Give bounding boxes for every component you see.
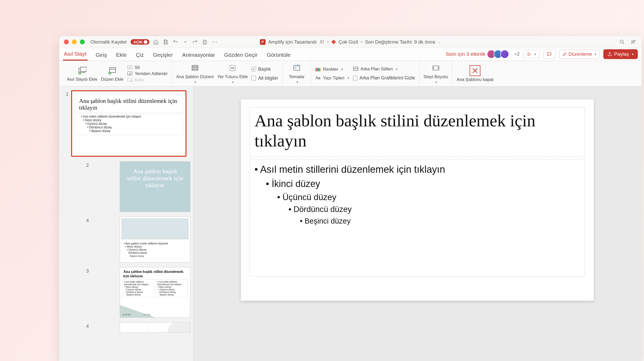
preserve-icon [127,77,133,83]
master-layout-button[interactable]: Ana Şablon Düzeni▾ [176,63,214,84]
chevron-down-icon: ▾ [296,80,298,84]
insert-layout-button[interactable]: Düzen Ekle [101,65,123,82]
thumbnail-row: 4 [62,322,190,333]
avatar[interactable] [500,50,509,59]
thumbnail-picture-placeholder [122,218,189,239]
hide-bg-graphics-checkbox[interactable]: Arka Plan Grafiklerini Gizle [353,75,415,81]
last-modified-label[interactable]: Son Değiştirme Tarihi: 9 dk önce [365,39,435,45]
chevron-down-icon: ▾ [348,76,349,80]
svg-rect-18 [230,65,235,71]
svg-point-4 [634,40,635,42]
more-icon[interactable]: ⋯ [211,39,218,45]
redo-icon[interactable] [192,39,198,45]
svg-rect-17 [193,68,197,69]
insert-slide-master-button[interactable]: Asıl Slaydı Ekle [67,65,97,82]
background-styles-button[interactable]: Arka Plan Stilleri▾ [353,67,415,72]
svg-point-2 [620,40,623,43]
colors-icon [315,67,321,72]
delete-button[interactable]: Sil [127,65,168,70]
print-icon[interactable] [201,39,208,45]
rename-button[interactable]: Yeniden Adlandır [127,71,168,76]
tab-view[interactable]: Görüntüle [266,49,292,61]
colors-button[interactable]: Renkler▾ [315,67,349,72]
maximize-window-button[interactable] [80,39,85,44]
svg-rect-13 [128,78,132,81]
search-icon[interactable] [619,39,625,45]
layout-thumbnail[interactable] [120,322,190,333]
preserve-button[interactable]: Koru [127,77,168,83]
themes-button[interactable]: Temalar▾ [287,63,307,84]
close-window-button[interactable] [64,39,69,44]
slide-canvas[interactable]: Ana şablon başlık stilini düzenlemek içi… [241,100,594,301]
layout-thumbnail[interactable]: Ana şablon başlık stilini düzenlemek içi… [120,267,190,318]
undo-icon[interactable] [172,39,179,45]
tab-transitions[interactable]: Geçişler [152,49,174,61]
ribbon-bg-col1: Renkler▾ AaYazı Tipleri▾ [315,67,349,81]
fonts-button[interactable]: AaYazı Tipleri▾ [315,76,349,81]
present-button[interactable]: ▾ [523,50,539,58]
tab-animations[interactable]: Animasyonlar [181,49,216,61]
insert-placeholder-button[interactable]: Yer Tutucu Ekle▾ [217,63,248,84]
chevron-down-icon: ▾ [396,67,398,71]
document-title-area: P Amplify için Tasarlandı • Çok Gizli • … [260,39,441,45]
avatar-overflow-count[interactable]: +2 [514,52,520,57]
placeholder-icon [227,63,238,73]
layout-thumbnail[interactable]: • Ana şablon metin stillerini düzenle • … [120,217,190,262]
thumbnail-number: 4 [83,322,89,329]
master-slide-thumbnail[interactable]: Ana şablon başlık stilini düzenlemek içi… [71,90,187,157]
insert-slide-master-label: Asıl Slaydı Ekle [67,77,97,82]
undo-dropdown-icon[interactable]: ▾ [182,39,189,45]
slide-canvas-pane[interactable]: Ana şablon başlık stilini düzenlemek içi… [193,87,641,361]
svg-rect-0 [203,41,207,43]
svg-rect-25 [433,66,439,70]
chevron-down-icon: ▾ [534,52,536,56]
title-placeholder[interactable]: Ana şablon başlık stilini düzenlemek içi… [250,107,585,157]
people-icon[interactable] [319,39,325,45]
tab-insert[interactable]: Ekle [115,49,128,61]
svg-rect-21 [317,68,318,71]
editing-mode-button[interactable]: Düzenleme▾ [559,50,600,59]
ribbon-group-themes: Temalar▾ [283,61,311,86]
thumbnail-footer: Alt bilgi [143,313,151,316]
thumbnail-body: Asıl metin stillerini düzenlemek için tı… [75,114,183,135]
separator-dot: • [361,39,362,45]
thumbnail-date: 9.23.20 [123,313,130,316]
svg-point-1 [320,40,322,42]
titlebar-right [619,39,637,45]
ribbon-group-size: Slayt Boyutu▾ [419,61,452,86]
insert-layout-label: Düzen Ekle [101,77,123,82]
presence-avatars[interactable] [489,50,509,59]
sensitivity-label[interactable]: Çok Gizli [338,39,358,45]
tab-home[interactable]: Giriş [95,49,108,61]
document-name[interactable]: Amplify için Tasarlandı [268,39,317,45]
thumbnail-body: • Ana şablon metin stillerini düzenle • … [120,241,190,258]
insert-layout-icon [107,65,117,76]
minimize-window-button[interactable] [72,39,77,44]
tab-review[interactable]: Gözden Geçir [223,49,259,61]
save-icon[interactable] [162,39,169,45]
master-layout-icon [190,63,200,73]
close-master-view-button[interactable]: Ana Şablonu kapat [456,65,494,82]
share-button[interactable]: Paylaş▾ [603,49,638,59]
chevron-down-icon: ▾ [194,80,196,84]
rename-icon [127,71,133,76]
chevron-down-icon[interactable]: ⌄ [438,40,441,44]
separator-dot: • [327,39,329,45]
tab-slide-master[interactable]: Asıl Slayt [63,48,88,61]
layout-thumbnail[interactable]: Ana şablon başlık stilini düzenlemek içi… [120,161,190,212]
comments-button[interactable] [543,50,555,59]
body-placeholder[interactable]: Asıl metin stillerini düzenlemek için tı… [250,159,585,277]
title-checkbox[interactable]: ✓Başlık [251,67,278,72]
thumbnail-title: Ana şablon başlık stilini düzenlemek içi… [75,94,183,113]
activity-link[interactable]: Sizin için 3 etkinlik [446,51,485,57]
tab-draw[interactable]: Çiz [135,49,145,61]
play-icon [527,52,532,56]
slide-size-button[interactable]: Slayt Boyutu▾ [423,63,448,84]
home-icon[interactable] [152,39,159,45]
share-people-icon[interactable] [630,39,637,45]
footers-checkbox[interactable]: Alt bilgiler [251,76,278,81]
autosave-toggle[interactable]: AÇIK [131,39,149,45]
thumbnail-title: Ana şablon başlık stilini düzenlemek içi… [120,267,190,279]
titlebar: Otomatik Kaydet AÇIK ▾ ⋯ P Amplify için … [59,36,641,48]
slide-thumbnail-pane[interactable]: 1 Ana şablon başlık stilini düzenlemek i… [59,87,193,361]
